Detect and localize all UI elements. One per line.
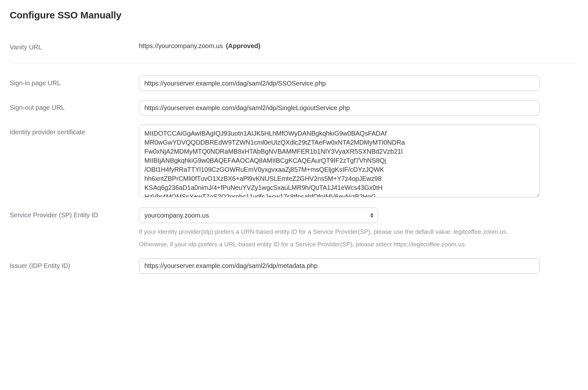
vanity-url-text: https://yourcompany.zoom.us <box>139 42 223 49</box>
page-title: Configure SSO Manually <box>10 10 578 21</box>
sp-entity-helper-1: If your identity provider(idp) prefers a… <box>139 227 578 236</box>
idp-cert-textarea[interactable] <box>139 125 540 197</box>
sp-entity-row: Service Provider (SP) Entity ID yourcomp… <box>10 203 578 254</box>
signin-url-input[interactable] <box>139 76 540 91</box>
vanity-url-label: Vanity URL <box>10 40 139 52</box>
sp-entity-helper-2: Otherwise, if your idp prefers a URL-bas… <box>139 240 578 249</box>
issuer-label: Issuer (IDP Entity ID) <box>10 258 139 271</box>
sp-entity-select[interactable]: yourcompany.zoom.us <box>139 208 378 223</box>
idp-cert-label: Identity provider certificate <box>10 125 139 137</box>
issuer-input[interactable] <box>139 258 540 274</box>
signin-url-row: Sign-in page URL <box>10 71 578 96</box>
signout-url-label: Sign-out page URL <box>10 100 139 112</box>
vanity-url-row: Vanity URL https://yourcompany.zoom.us (… <box>10 35 578 64</box>
vanity-url-status: (Approved) <box>226 42 260 49</box>
idp-cert-row: Identity provider certificate <box>10 120 578 203</box>
signin-url-label: Sign-in page URL <box>10 76 139 88</box>
signout-url-row: Sign-out page URL <box>10 96 578 120</box>
signout-url-input[interactable] <box>139 100 540 116</box>
vanity-url-value: https://yourcompany.zoom.us (Approved) <box>139 40 578 50</box>
issuer-row: Issuer (IDP Entity ID) <box>10 254 578 278</box>
sp-entity-label: Service Provider (SP) Entity ID <box>10 208 139 220</box>
